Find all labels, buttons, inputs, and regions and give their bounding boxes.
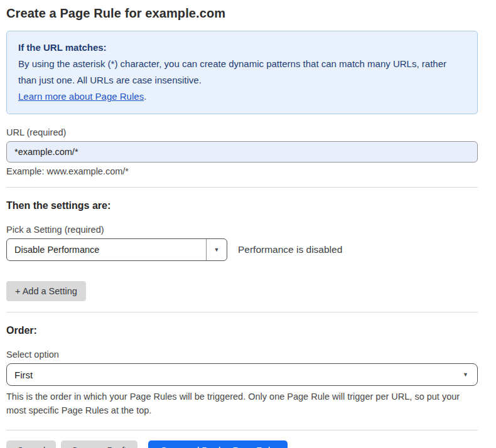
order-select[interactable]: First ▼: [6, 363, 478, 386]
page-title: Create a Page Rule for example.com: [6, 6, 478, 21]
link-period: .: [144, 91, 146, 102]
save-as-draft-button[interactable]: Save as Draft: [61, 440, 137, 448]
order-help-text: This is the order in which your Page Rul…: [6, 390, 474, 417]
info-box-link-line: Learn more about Page Rules.: [18, 88, 466, 105]
url-label: URL (required): [6, 127, 478, 137]
setting-select-arrow-button[interactable]: ▼: [206, 239, 227, 260]
chevron-down-icon: ▼: [463, 372, 468, 378]
info-box-heading: If the URL matches:: [18, 40, 466, 56]
url-example-text: Example: www.example.com/*: [6, 166, 478, 176]
learn-more-link[interactable]: Learn more about Page Rules: [18, 91, 144, 102]
pick-setting-label: Pick a Setting (required): [6, 225, 478, 235]
save-and-deploy-button[interactable]: Save and Deploy Page Rule: [148, 440, 288, 448]
info-box-body: By using the asterisk (*) character, you…: [18, 56, 466, 88]
footer-divider: [6, 430, 478, 430]
order-select-label: Select option: [6, 349, 478, 360]
section-divider: [6, 312, 478, 312]
order-section-heading: Order:: [6, 325, 478, 336]
settings-section-heading: Then the settings are:: [6, 200, 478, 211]
add-setting-button[interactable]: + Add a Setting: [6, 281, 86, 301]
url-match-info-box: If the URL matches: By using the asteris…: [6, 31, 478, 114]
setting-select-value: Disable Performance: [7, 239, 206, 260]
cancel-button[interactable]: Cancel: [6, 440, 56, 448]
setting-status-text: Performance is disabled: [238, 244, 342, 255]
url-input[interactable]: [6, 141, 478, 163]
chevron-down-icon: ▼: [214, 247, 220, 253]
section-divider: [6, 187, 478, 188]
setting-select[interactable]: Disable Performance ▼: [6, 238, 227, 261]
setting-row: Disable Performance ▼ Performance is dis…: [6, 238, 478, 261]
order-select-value: First: [14, 370, 33, 380]
page-rule-form: Create a Page Rule for example.com If th…: [6, 0, 478, 448]
footer-actions: Cancel Save as Draft Save and Deploy Pag…: [6, 440, 478, 448]
